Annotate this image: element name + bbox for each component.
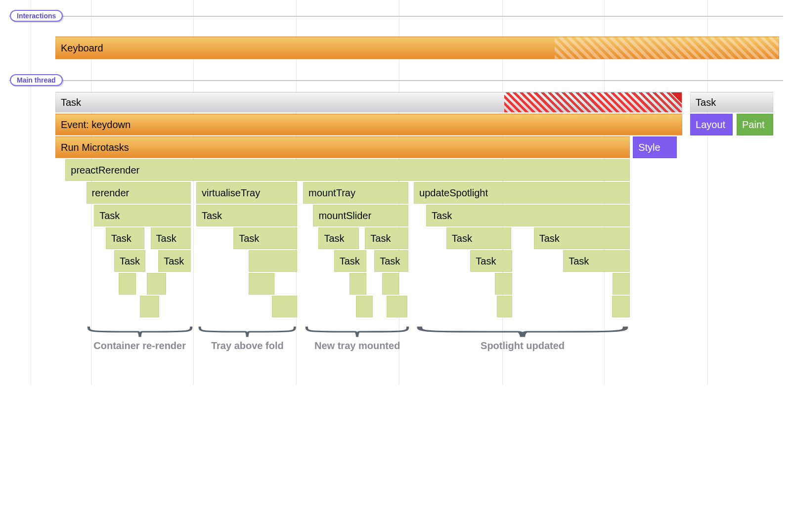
flame-bar-task-r3a[interactable]: Task	[114, 250, 145, 272]
flame-bar-task-r2b[interactable]: Task	[151, 227, 191, 249]
flame-bar-blk-s5a[interactable]	[497, 296, 512, 317]
flame-bar-layout[interactable]: Layout	[690, 114, 733, 135]
flame-bar-task-v1[interactable]: Task	[196, 205, 297, 226]
flame-bar-label: Task	[370, 233, 391, 244]
flame-bar-task-m3b[interactable]: Task	[374, 250, 408, 272]
flame-bar-microtasks[interactable]: Run Microtasks	[55, 136, 630, 158]
flame-bar-task-v3[interactable]	[249, 250, 297, 272]
danger-flag-icon	[671, 92, 682, 103]
caption-tray-above-fold: Tray above fold	[211, 340, 284, 352]
flame-bar-task-m2a[interactable]: Task	[318, 227, 358, 249]
flame-bar-preact-rerender[interactable]: preactRerender	[65, 159, 630, 181]
flame-bar-label: virtualiseTray	[202, 187, 260, 199]
main-thread-rule	[9, 80, 783, 81]
flame-bar-label: Task	[164, 256, 184, 267]
flame-bar-paint[interactable]: Paint	[737, 114, 773, 135]
flame-bar-label: Task	[539, 233, 560, 244]
flame-bar-virtualise-tray[interactable]: virtualiseTray	[196, 182, 297, 204]
flame-bar-label: Task	[156, 233, 176, 244]
flame-bar-label: Task	[432, 210, 452, 222]
flame-bar-label: Task	[99, 210, 120, 222]
flame-bar-task-m2b[interactable]: Task	[365, 227, 408, 249]
flame-bar-task-short[interactable]: Task	[690, 92, 773, 113]
flame-bar-label: Paint	[742, 119, 765, 131]
flame-bar-blk-s5b[interactable]	[612, 296, 630, 317]
flame-bar-label: preactRerender	[71, 165, 139, 176]
flame-bar-blk-r5[interactable]	[140, 296, 159, 317]
flame-bar-rerender[interactable]: rerender	[87, 182, 191, 204]
flame-bar-blk-m5b[interactable]	[387, 296, 407, 317]
flame-bar-task-r3b[interactable]: Task	[158, 250, 191, 272]
flame-bar-label: mountTray	[308, 187, 355, 199]
flame-bar-blk-s4b[interactable]	[613, 273, 629, 295]
flame-bar-label: updateSpotlight	[419, 187, 488, 199]
flame-bar-task-r2a[interactable]: Task	[106, 227, 144, 249]
caption-spotlight-updated: Spotlight updated	[481, 340, 565, 352]
flame-bar-label: Task	[340, 256, 360, 267]
keyboard-interaction-bar[interactable]: Keyboard	[55, 37, 779, 59]
flame-bar-blk-v4[interactable]	[249, 273, 274, 295]
flame-bar-blk-m5a[interactable]	[356, 296, 373, 317]
flame-bar-task-long[interactable]: Task	[55, 92, 682, 113]
brace-new-tray-mounted	[305, 325, 410, 340]
flame-bar-label: Task	[324, 233, 344, 244]
flame-bar-task-s1[interactable]: Task	[426, 205, 630, 226]
brace-container-rerender	[87, 325, 193, 340]
flame-bar-task-s3a[interactable]: Task	[470, 250, 512, 272]
flame-bar-mount-slider[interactable]: mountSlider	[313, 205, 408, 226]
brace-spotlight-updated	[415, 325, 630, 340]
flame-bar-label: Task	[476, 256, 496, 267]
flame-bar-event-keydown[interactable]: Event: keydown	[55, 114, 682, 135]
flame-bar-label: Task	[696, 97, 716, 108]
flame-bar-style[interactable]: Style	[633, 136, 677, 158]
flame-bar-label: Task	[569, 256, 589, 267]
flame-bar-blk-r4a[interactable]	[119, 273, 135, 295]
flame-bar-label: Run Microtasks	[61, 142, 129, 153]
keyboard-bar-hatched	[555, 37, 779, 59]
flame-bar-label: Task	[61, 97, 81, 108]
flame-bar-label: mountSlider	[318, 210, 371, 222]
flame-bar-label: Layout	[696, 119, 725, 131]
flame-bar-blk-r4b[interactable]	[147, 273, 166, 295]
flame-bar-mount-tray[interactable]: mountTray	[303, 182, 408, 204]
flame-bar-task-v2[interactable]: Task	[233, 227, 297, 249]
flame-bar-task-s2a[interactable]: Task	[446, 227, 512, 249]
interactions-rule	[9, 16, 783, 17]
main-thread-pill: Main thread	[10, 74, 63, 86]
caption-container-rerender: Container re-render	[93, 340, 186, 352]
keyboard-bar-label: Keyboard	[61, 43, 103, 54]
flame-bar-label: Event: keydown	[61, 119, 131, 131]
flame-bar-label: Task	[202, 210, 222, 222]
flame-bar-blk-v5[interactable]	[272, 296, 297, 317]
caption-new-tray-mounted: New tray mounted	[314, 340, 400, 352]
flame-bar-blk-s4a[interactable]	[495, 273, 512, 295]
brace-row	[9, 325, 783, 338]
flame-bar-task-s3b[interactable]: Task	[563, 250, 630, 272]
interactions-pill: Interactions	[10, 10, 63, 22]
flame-bar-label: rerender	[92, 187, 130, 199]
flame-bar-label: Style	[638, 142, 660, 153]
flame-bar-blk-m4b[interactable]	[382, 273, 399, 295]
flame-bar-label: Task	[111, 233, 132, 244]
flame-bar-update-spotlight[interactable]: updateSpotlight	[414, 182, 630, 204]
flame-bar-task-m3a[interactable]: Task	[334, 250, 367, 272]
flame-bar-label: Task	[380, 256, 400, 267]
flame-bar-label: Task	[452, 233, 472, 244]
long-task-hatch	[504, 92, 682, 112]
flame-bar-label: Task	[239, 233, 259, 244]
brace-tray-above-fold	[198, 325, 297, 340]
flame-bar-label: Task	[120, 256, 140, 267]
flame-bar-task-r1[interactable]: Task	[94, 205, 191, 226]
flame-bar-blk-m4a[interactable]	[350, 273, 366, 295]
flame-bar-task-s2b[interactable]: Task	[534, 227, 630, 249]
